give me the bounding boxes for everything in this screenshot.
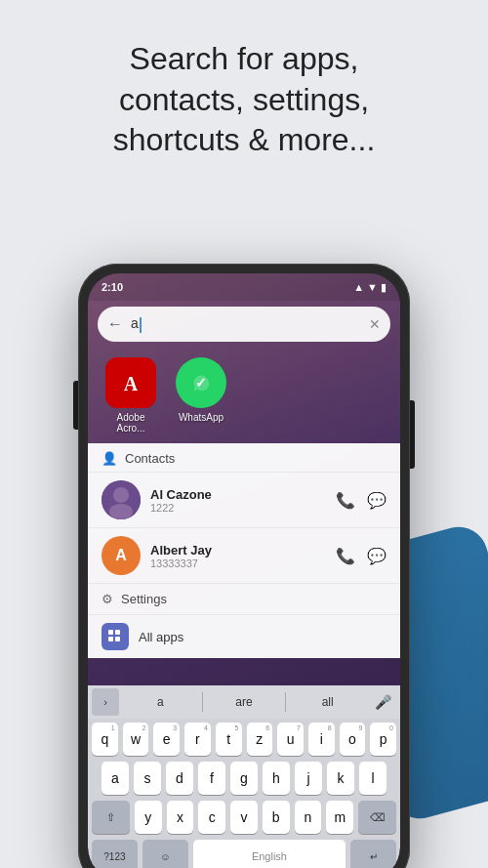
- contacts-title: Contacts: [125, 451, 175, 466]
- contact-row-albertjay[interactable]: A Albert Jay 13333337 📞 💬: [88, 527, 400, 583]
- enter-key[interactable]: ↵: [350, 840, 396, 868]
- suggest-sep2: [285, 692, 286, 712]
- settings-icon: ⚙: [102, 592, 113, 606]
- key-t[interactable]: t5: [216, 723, 242, 756]
- key-b[interactable]: b: [263, 801, 290, 834]
- suggest-sep1: [202, 692, 203, 712]
- phone-mockup: 2:10 ▲ ▼ ▮ ← a ✕: [78, 264, 410, 868]
- svg-text:✓: ✓: [195, 375, 207, 391]
- status-bar: 2:10 ▲ ▼ ▮: [88, 273, 400, 301]
- contacts-icon: 👤: [102, 451, 117, 466]
- header-text: Search for apps, contacts, settings, sho…: [0, 0, 488, 181]
- svg-rect-8: [108, 637, 113, 641]
- key-i[interactable]: i8: [308, 723, 335, 756]
- allapps-label: All apps: [139, 630, 183, 644]
- contact-row-alcazone[interactable]: Al Cazone 1222 📞 💬: [88, 472, 400, 527]
- avatar-letter-albertjay: A: [115, 547, 127, 564]
- key-o[interactable]: o9: [340, 723, 366, 756]
- key-r[interactable]: r4: [184, 723, 211, 756]
- svg-rect-6: [108, 630, 113, 635]
- svg-text:A: A: [124, 373, 139, 394]
- contact-avatar-alcazone: [102, 480, 141, 519]
- search-text: a: [131, 315, 139, 331]
- key-h[interactable]: h: [263, 762, 290, 795]
- whatsapp-icon: ✓: [176, 357, 226, 408]
- contact-name-albertjay: Albert Jay: [150, 543, 326, 558]
- key-f[interactable]: f: [198, 762, 225, 795]
- signal-icon: ▲: [353, 281, 364, 293]
- back-button[interactable]: ←: [107, 315, 123, 333]
- allapps-icon: [102, 623, 129, 650]
- key-c[interactable]: c: [198, 801, 225, 834]
- phone-screen: 2:10 ▲ ▼ ▮ ← a ✕: [88, 273, 400, 868]
- key-j[interactable]: j: [295, 762, 322, 795]
- key-e[interactable]: e3: [153, 723, 180, 756]
- contacts-section-header: 👤 Contacts: [88, 443, 400, 472]
- key-v[interactable]: v: [230, 801, 258, 834]
- message-button-albertjay[interactable]: 💬: [367, 547, 386, 565]
- keyboard-row-1: q1 w2 e3 r4 t5 z6 u7 i8 o9 p0: [88, 719, 400, 758]
- search-bar[interactable]: ← a ✕: [98, 307, 390, 342]
- adobe-label: Adobe Acro...: [102, 412, 160, 434]
- contact-info-alcazone: Al Cazone 1222: [150, 487, 326, 514]
- key-y[interactable]: y: [135, 801, 162, 834]
- contact-avatar-albertjay: A: [102, 536, 141, 575]
- key-q[interactable]: q1: [92, 723, 118, 756]
- contact-name-alcazone: Al Cazone: [150, 487, 326, 502]
- app-item-whatsapp[interactable]: ✓ WhatsApp: [176, 357, 226, 434]
- backspace-key[interactable]: ⌫: [358, 801, 396, 834]
- message-button-alcazone[interactable]: 💬: [367, 491, 386, 510]
- whatsapp-label: WhatsApp: [179, 412, 224, 423]
- contact-number-alcazone: 1222: [150, 502, 326, 514]
- svg-rect-7: [115, 630, 120, 635]
- keyboard-suggestions: › a are all 🎤: [88, 685, 400, 719]
- keyboard: › a are all 🎤 q1 w2 e3 r4 t5 z6 u7: [88, 685, 400, 868]
- key-m[interactable]: m: [326, 801, 353, 834]
- header-line2: contacts, settings,: [119, 82, 369, 117]
- settings-row[interactable]: ⚙ Settings: [88, 583, 400, 614]
- contact-info-albertjay: Albert Jay 13333337: [150, 543, 326, 569]
- call-button-alcazone[interactable]: 📞: [336, 491, 355, 510]
- key-g[interactable]: g: [230, 762, 258, 795]
- mic-button[interactable]: 🎤: [369, 688, 396, 716]
- contact-actions-albertjay: 📞 💬: [336, 547, 386, 565]
- space-key[interactable]: English: [193, 840, 346, 868]
- key-x[interactable]: x: [167, 801, 194, 834]
- call-button-albertjay[interactable]: 📞: [336, 547, 355, 565]
- key-u[interactable]: u7: [277, 723, 304, 756]
- key-l[interactable]: l: [359, 762, 386, 795]
- key-p[interactable]: p0: [370, 723, 396, 756]
- battery-icon: ▮: [381, 281, 386, 294]
- key-w[interactable]: w2: [123, 723, 149, 756]
- keyboard-row-2: a s d f g h j k l: [88, 758, 400, 797]
- contact-actions-alcazone: 📞 💬: [336, 491, 386, 510]
- sym-key[interactable]: ?123: [92, 840, 138, 868]
- wifi-icon: ▼: [367, 281, 378, 293]
- svg-rect-9: [115, 637, 120, 641]
- suggest-are[interactable]: are: [205, 688, 284, 716]
- key-k[interactable]: k: [327, 762, 354, 795]
- header-line3: shortcuts & more...: [113, 122, 376, 157]
- key-d[interactable]: d: [166, 762, 193, 795]
- settings-label: Settings: [121, 592, 167, 606]
- allapps-row[interactable]: All apps: [88, 614, 400, 658]
- suggest-all[interactable]: all: [288, 688, 367, 716]
- suggest-forward-btn[interactable]: ›: [92, 688, 119, 716]
- status-icons: ▲ ▼ ▮: [353, 281, 386, 294]
- clear-button[interactable]: ✕: [369, 316, 381, 332]
- suggest-a[interactable]: a: [121, 688, 200, 716]
- key-n[interactable]: n: [295, 801, 322, 834]
- apps-row: A Adobe Acro... ✓ WhatsApp: [88, 348, 400, 443]
- keyboard-row-3: ⇧ y x c v b n m ⌫: [88, 797, 400, 836]
- key-z[interactable]: z6: [247, 723, 273, 756]
- emoji-key[interactable]: ☺: [142, 840, 188, 868]
- key-s[interactable]: s: [134, 762, 161, 795]
- keyboard-row-4: ?123 ☺ English ↵: [88, 836, 400, 868]
- svg-point-5: [109, 504, 133, 519]
- shift-key[interactable]: ⇧: [92, 801, 130, 834]
- search-input-value[interactable]: a: [131, 315, 361, 332]
- key-a[interactable]: a: [102, 762, 129, 795]
- app-item-adobe[interactable]: A Adobe Acro...: [102, 357, 160, 434]
- phone-outer: 2:10 ▲ ▼ ▮ ← a ✕: [78, 264, 410, 868]
- svg-point-4: [113, 487, 129, 503]
